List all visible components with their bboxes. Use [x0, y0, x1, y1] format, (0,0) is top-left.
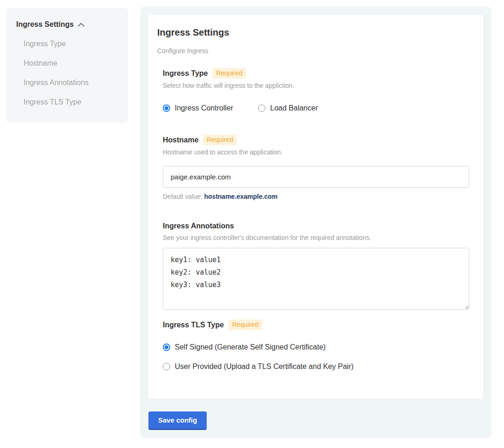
radio-selected-icon[interactable]: [163, 344, 170, 351]
radio-unselected-icon[interactable]: [163, 363, 170, 370]
ingress-type-options: Ingress Controller Load Balancer: [163, 104, 474, 113]
ingress-tls-type-label: Ingress TLS Type: [163, 320, 224, 330]
hostname-label: Hostname: [163, 135, 198, 145]
ingress-annotations-textarea[interactable]: [163, 248, 469, 310]
radio-label-self-signed: Self Signed (Generate Self Signed Certif…: [175, 343, 326, 352]
config-card: Ingress Settings Configure Ingress Ingre…: [148, 15, 483, 399]
config-nav-sidebar: Ingress Settings Ingress Type Hostname I…: [6, 8, 128, 123]
radio-selected-icon[interactable]: [163, 104, 170, 112]
radio-unselected-icon[interactable]: [258, 104, 265, 112]
radio-option-load-balancer[interactable]: Load Balancer: [258, 104, 318, 113]
hostname-help: Hostname used to access the application.: [163, 148, 474, 156]
group-ingress-type: Ingress Type Required Select how traffic…: [163, 68, 474, 113]
sidebar-item-list: Ingress Type Hostname Ingress Annotation…: [16, 39, 118, 107]
required-badge: Required: [213, 68, 246, 79]
ingress-annotations-label: Ingress Annotations: [163, 221, 234, 231]
radio-label-ingress-controller: Ingress Controller: [175, 104, 233, 113]
group-hostname: Hostname Required Hostname used to acces…: [163, 135, 474, 201]
hostname-default-value: hostname.example.com: [204, 193, 278, 200]
config-panel: Ingress Settings Configure Ingress Ingre…: [140, 6, 492, 438]
page-subtitle: Configure Ingress: [157, 47, 474, 55]
ingress-tls-type-options: Self Signed (Generate Self Signed Certif…: [163, 343, 474, 371]
hostname-default-line: Default value: hostname.example.com: [163, 193, 474, 201]
ingress-type-help: Select how traffic will ingress to the a…: [163, 82, 474, 90]
chevron-up-icon: [78, 23, 85, 27]
save-config-button[interactable]: Save config: [148, 411, 207, 430]
sidebar-group-title: Ingress Settings: [16, 20, 74, 29]
radio-option-self-signed[interactable]: Self Signed (Generate Self Signed Certif…: [163, 343, 474, 352]
page-title: Ingress Settings: [157, 27, 474, 38]
radio-option-user-provided[interactable]: User Provided (Upload a TLS Certificate …: [163, 362, 474, 371]
sidebar-item-ingress-annotations[interactable]: Ingress Annotations: [24, 78, 118, 87]
radio-option-ingress-controller[interactable]: Ingress Controller: [163, 104, 233, 113]
hostname-default-prefix: Default value:: [163, 193, 204, 200]
required-badge: Required: [203, 135, 237, 145]
sidebar-item-ingress-tls-type[interactable]: Ingress TLS Type: [24, 98, 118, 107]
radio-label-load-balancer: Load Balancer: [270, 104, 318, 113]
group-ingress-tls-type: Ingress TLS Type Required Self Signed (G…: [163, 319, 474, 371]
ingress-annotations-help: See your ingress controller's documentat…: [163, 234, 474, 242]
sidebar-item-ingress-type[interactable]: Ingress Type: [24, 39, 118, 49]
ingress-type-label: Ingress Type: [163, 69, 208, 78]
required-badge: Required: [228, 319, 262, 330]
group-ingress-annotations: Ingress Annotations See your ingress con…: [163, 221, 474, 310]
radio-label-user-provided: User Provided (Upload a TLS Certificate …: [175, 362, 354, 371]
sidebar-group-toggle[interactable]: Ingress Settings: [16, 20, 118, 29]
sidebar-item-hostname[interactable]: Hostname: [24, 59, 118, 68]
hostname-input[interactable]: [163, 166, 469, 188]
